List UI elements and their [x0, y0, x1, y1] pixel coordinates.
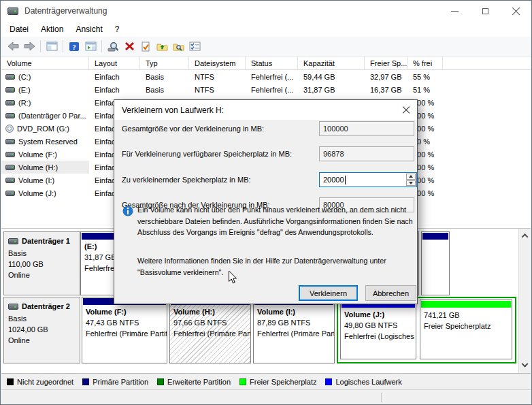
cell-status: Fehlerfrei (...	[246, 86, 298, 94]
column-header-dateisystem[interactable]: Dateisystem	[189, 56, 246, 69]
volume-icon	[5, 100, 15, 106]
partition-size: 47,43 GB NTFS	[82, 317, 167, 328]
maximize-button[interactable]	[470, 1, 501, 21]
column-header-status[interactable]: Status	[246, 56, 298, 69]
check-document-icon	[141, 42, 151, 52]
scroll-down-button[interactable]	[519, 360, 531, 372]
table-row[interactable]: (C:) Einfach Basis NTFS Fehlerfrei (... …	[1, 70, 531, 83]
volume-icon	[5, 87, 15, 93]
spin-up-button[interactable]	[406, 174, 416, 180]
partition-h-selected[interactable]: Volume (H:) 97,66 GB NTFS Fehlerfrei (Pr…	[169, 297, 251, 363]
volume-name: (C:)	[18, 73, 31, 81]
column-header-typ[interactable]: Typ	[140, 56, 189, 69]
menu-aktion[interactable]: Aktion	[35, 22, 69, 36]
search-folder-button[interactable]	[170, 39, 186, 54]
cancel-button[interactable]: Abbrechen	[365, 285, 416, 301]
close-button[interactable]	[501, 1, 531, 21]
field-total-before: 100000	[319, 121, 414, 136]
chevron-up-icon	[522, 233, 529, 240]
shrink-button[interactable]: Verkleinern	[299, 285, 358, 301]
forward-button[interactable]	[21, 39, 37, 54]
open-folder-up-button[interactable]	[154, 39, 170, 54]
toolbar-separator	[40, 40, 41, 52]
field-label-available: Für Verkleinerung verfügbarer Speicherpl…	[122, 150, 292, 158]
legend-item: Erweiterte Partition	[157, 378, 231, 386]
field-label-shrink-amount: Zu verkleinernder Speicherplatz in MB:	[122, 176, 251, 184]
disk-1-label[interactable]: Datenträger 1 Basis 110,00 GB Online	[3, 231, 80, 295]
cell-dateisystem: NTFS	[189, 73, 246, 81]
cell-pct: 55 %	[408, 73, 443, 81]
legend-item: Logisches Laufwerk	[325, 378, 401, 386]
scroll-up-button[interactable]	[519, 230, 531, 242]
column-header-freier-sp[interactable]: Freier Sp...	[365, 56, 408, 69]
cell-freier: 32,97 GB	[365, 73, 408, 81]
partition-size: 97,66 GB NTFS	[170, 317, 250, 328]
disk-kind: Basis	[8, 248, 76, 259]
disk-state: Online	[8, 270, 76, 280]
partition-i[interactable]: Volume (I:) 87,89 GB NTFS Fehlerfrei (Pr…	[253, 297, 335, 363]
partition-status: Fehlerfrei (Primäre Partition)	[82, 328, 167, 339]
column-header-filler	[443, 56, 531, 69]
partition-status: Fehlerfrei (Primäre Partition)	[170, 328, 250, 339]
legend-label: Nicht zugeordnet	[17, 378, 73, 386]
partition-color-bar	[421, 301, 511, 308]
dialog-close-button[interactable]	[401, 106, 411, 115]
volume-icon	[5, 139, 15, 144]
cell-status: Fehlerfrei (...	[246, 73, 298, 81]
window-title: Datenträgerverwaltung	[24, 6, 107, 16]
shrink-amount-value: 20000	[320, 176, 344, 184]
help-icon: ?	[69, 42, 80, 52]
help-button[interactable]: ?	[66, 39, 82, 54]
volume-name: (E:)	[18, 86, 31, 94]
minimize-button[interactable]	[439, 1, 470, 21]
toolbar: ?	[1, 37, 531, 56]
info-text: Ein Volume kann nicht über den Punkt hin…	[137, 204, 413, 238]
rescan-disks-button[interactable]	[105, 39, 121, 54]
table-row[interactable]: (E:) Einfach Basis NTFS Fehlerfrei (... …	[1, 83, 531, 96]
volume-name: Volume (I:)	[18, 176, 54, 184]
column-header-kapazitaet[interactable]: Kapazität	[298, 56, 365, 69]
cell-dateisystem: NTFS	[189, 86, 246, 94]
partition-sliver[interactable]	[421, 231, 450, 295]
shrink-amount-input[interactable]: 20000	[319, 172, 417, 187]
legend-color-swatch	[239, 378, 246, 385]
volume-name: Volume (F:)	[18, 150, 57, 159]
action-pane-button[interactable]	[82, 39, 99, 54]
menu-hilfe[interactable]: ?	[109, 22, 126, 36]
cell-layout: Einfach	[89, 86, 140, 94]
titlebar: Datenträgerverwaltung	[1, 1, 531, 21]
disk-2-label[interactable]: Datenträger 2 Basis 1024,00 GB Online	[3, 297, 80, 363]
cd-rom-icon	[5, 125, 14, 133]
console-tree-button[interactable]	[44, 39, 60, 54]
partition-size: 49,80 GB NTFS	[341, 320, 416, 331]
check-document-button[interactable]	[137, 39, 154, 54]
spin-down-button[interactable]	[406, 180, 416, 187]
disk-kind: Basis	[8, 313, 76, 324]
legend-label: Primäre Partition	[93, 378, 148, 386]
volume-name: Volume (J:)	[18, 189, 56, 197]
extended-partition-container: Volume (J:) 49,80 GB NTFS Fehlerfrei (Lo…	[337, 297, 516, 363]
volume-icon	[5, 178, 15, 183]
partition-f[interactable]: Volume (F:) 47,43 GB NTFS Fehlerfrei (Pr…	[82, 297, 167, 363]
partition-j[interactable]: Volume (J:) 49,80 GB NTFS Fehlerfrei (Lo…	[340, 299, 416, 359]
status-bar	[1, 389, 531, 404]
task-list-button[interactable]	[186, 39, 203, 54]
vertical-scrollbar[interactable]	[518, 229, 531, 373]
column-header-volume[interactable]: Volume	[1, 56, 89, 69]
legend-item: Nicht zugeordnet	[7, 378, 73, 386]
menu-datei[interactable]: Datei	[3, 22, 35, 36]
disk-icon	[8, 238, 18, 244]
free-space-region[interactable]: 741,21 GB Freier Speicherplatz	[420, 299, 512, 359]
column-header-pct-frei[interactable]: % frei	[408, 56, 443, 69]
legend-color-swatch	[157, 378, 164, 385]
forward-icon	[24, 42, 35, 51]
free-space-label: Freier Speicherplatz	[420, 321, 512, 331]
spin-up-icon	[409, 175, 413, 178]
delete-volume-button[interactable]	[121, 39, 137, 54]
menu-ansicht[interactable]: Ansicht	[69, 22, 108, 36]
folder-search-icon	[173, 42, 184, 51]
column-header-layout[interactable]: Layout	[89, 56, 140, 69]
chevron-down-icon	[522, 361, 529, 368]
disk-state: Online	[8, 335, 76, 346]
back-button[interactable]	[5, 39, 21, 54]
